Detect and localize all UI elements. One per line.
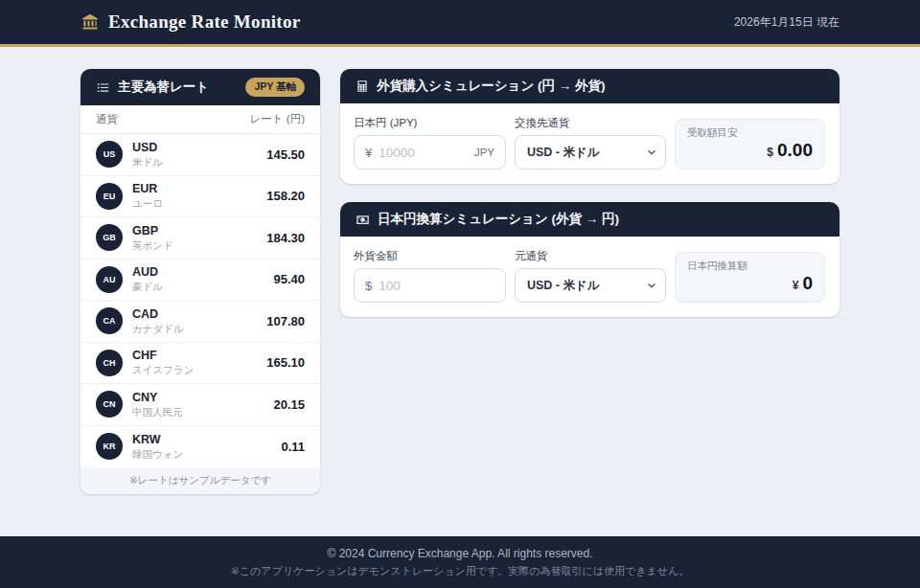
foreign-amount-label: 外貨金額 <box>354 249 506 263</box>
buy-simulation-panel: 外貨購入シミュレーション (円 → 外貨) 日本円 (JPY) ¥ JPY 交換… <box>340 69 840 184</box>
currency-avatar: CH <box>96 350 123 376</box>
source-currency-select[interactable]: USD - 米ドル <box>515 268 666 303</box>
right-column: 外貨購入シミュレーション (円 → 外貨) 日本円 (JPY) ¥ JPY 交換… <box>340 69 840 317</box>
convert-result-value: 0 <box>802 273 813 294</box>
jpy-unit-label: JPY <box>474 147 494 158</box>
dollar-symbol: $ <box>365 279 372 293</box>
list-icon <box>96 80 110 95</box>
currency-code: GBP <box>132 224 173 239</box>
jpy-base-badge: JPY 基軸 <box>245 78 305 97</box>
currency-name: スイスフラン <box>132 364 194 376</box>
currency-name: 豪ドル <box>132 281 163 293</box>
rates-panel: 主要為替レート JPY 基軸 通貨 レート (円) US USD 米ドル 145… <box>80 69 320 494</box>
rate-row-krw: KR KRW 韓国ウォン 0.11 <box>80 426 320 468</box>
app-title: Exchange Rate Monitor <box>108 11 301 33</box>
jpy-amount-input[interactable] <box>379 146 468 160</box>
currency-code: USD <box>132 141 163 156</box>
main-content: 主要為替レート JPY 基軸 通貨 レート (円) US USD 米ドル 145… <box>80 69 840 536</box>
currency-code: EUR <box>132 182 163 197</box>
col-rate: レート (円) <box>250 112 305 126</box>
currency-rate: 184.30 <box>266 231 305 245</box>
currency-name: カナダドル <box>132 323 184 335</box>
currency-name: ユーロ <box>132 197 163 210</box>
currency-code: KRW <box>132 433 183 448</box>
currency-avatar: CN <box>96 391 123 418</box>
rate-row-cny: CN CNY 中国人民元 20.15 <box>80 384 320 426</box>
currency-code: CAD <box>132 307 184 323</box>
convert-panel-title: 日本円換算シミュレーション (外貨 → 円) <box>378 211 619 228</box>
calculator-icon <box>356 79 369 93</box>
rates-panel-title: 主要為替レート <box>118 79 209 96</box>
source-currency-label: 元通貨 <box>515 249 666 263</box>
rate-row-cad: CA CAD カナダドル 107.80 <box>80 301 320 343</box>
rate-row-chf: CH CHF スイスフラン 165.10 <box>80 343 320 385</box>
rate-row-aud: AU AUD 豪ドル 95.40 <box>80 260 320 302</box>
footer-disclaimer: ※このアプリケーションはデモンストレーション用です。実際の為替取引には使用できま… <box>231 564 690 578</box>
currency-rate: 158.20 <box>266 189 305 203</box>
currency-code: CNY <box>132 391 183 406</box>
currency-rate: 145.50 <box>266 147 305 162</box>
currency-name: 英ポンド <box>132 239 173 252</box>
app-header: Exchange Rate Monitor 2026年1月15日 現在 <box>0 0 920 47</box>
buy-result-label: 受取額目安 <box>687 126 813 140</box>
convert-simulation-panel: 日本円換算シミュレーション (外貨 → 円) 外貨金額 $ 元通貨 USD - … <box>340 202 840 317</box>
source-currency-group: 元通貨 USD - 米ドル <box>515 249 666 303</box>
buy-panel-header: 外貨購入シミュレーション (円 → 外貨) <box>340 69 840 103</box>
target-currency-label: 交換先通貨 <box>515 116 666 130</box>
currency-name: 韓国ウォン <box>132 448 183 461</box>
buy-result-box: 受取額目安 $ 0.00 <box>675 119 825 170</box>
col-currency: 通貨 <box>96 112 118 126</box>
foreign-amount-inputwrap: $ <box>354 268 506 303</box>
rate-row-usd: US USD 米ドル 145.50 <box>80 134 320 176</box>
jpy-amount-inputwrap: ¥ JPY <box>354 135 506 170</box>
currency-name: 中国人民元 <box>132 406 183 418</box>
currency-rate: 165.10 <box>266 355 305 370</box>
yen-symbol: ¥ <box>365 146 372 160</box>
footer-copyright: © 2024 Currency Exchange App. All rights… <box>328 547 593 560</box>
convert-panel-header: 日本円換算シミュレーション (外貨 → 円) <box>340 202 840 237</box>
foreign-amount-input[interactable] <box>379 279 494 293</box>
currency-name: 米ドル <box>132 156 163 169</box>
convert-result-symbol: ¥ <box>793 279 799 292</box>
jpy-amount-group: 日本円 (JPY) ¥ JPY <box>354 116 506 170</box>
foreign-amount-group: 外貨金額 $ <box>354 249 506 303</box>
header-date: 2026年1月15日 現在 <box>734 14 840 31</box>
rate-row-gbp: GB GBP 英ポンド 184.30 <box>80 217 320 260</box>
currency-avatar: KR <box>96 433 123 460</box>
currency-avatar: EU <box>96 183 123 210</box>
rate-row-eur: EU EUR ユーロ 158.20 <box>80 176 320 218</box>
rates-panel-header: 主要為替レート JPY 基軸 <box>80 69 320 105</box>
buy-result-value: 0.00 <box>777 140 813 161</box>
currency-avatar: US <box>96 141 123 168</box>
target-currency-select[interactable]: USD - 米ドル <box>515 135 666 170</box>
convert-result-label: 日本円換算額 <box>687 260 813 273</box>
convert-result-box: 日本円換算額 ¥ 0 <box>675 252 825 303</box>
currency-rate: 107.80 <box>266 314 305 328</box>
currency-avatar: GB <box>96 224 123 251</box>
target-currency-group: 交換先通貨 USD - 米ドル <box>515 116 666 170</box>
rates-table-header: 通貨 レート (円) <box>80 105 320 134</box>
brand: Exchange Rate Monitor <box>80 11 301 33</box>
jpy-amount-label: 日本円 (JPY) <box>354 116 506 130</box>
currency-rate: 0.11 <box>281 440 305 454</box>
currency-avatar: AU <box>96 266 123 293</box>
currency-rate: 95.40 <box>273 272 305 286</box>
buy-result-symbol: $ <box>767 146 773 159</box>
currency-code: CHF <box>132 349 194 364</box>
banknote-icon <box>356 213 370 227</box>
rates-footnote: ※レートはサンプルデータです <box>80 467 320 494</box>
bank-icon <box>80 12 100 32</box>
buy-panel-title: 外貨購入シミュレーション (円 → 外貨) <box>377 78 605 95</box>
currency-code: AUD <box>132 265 163 281</box>
app-footer: © 2024 Currency Exchange App. All rights… <box>0 536 920 588</box>
currency-avatar: CA <box>96 307 123 334</box>
currency-rate: 20.15 <box>273 397 305 412</box>
